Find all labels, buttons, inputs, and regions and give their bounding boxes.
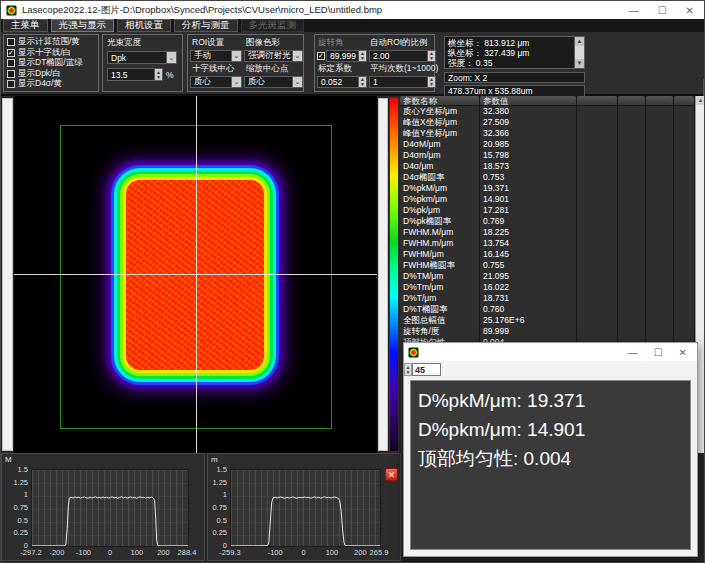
popup-maximize-button[interactable]: ☐ (654, 347, 663, 358)
tab-分析与测量[interactable]: 分析与测量 (174, 19, 238, 32)
scroll-up-icon[interactable]: ▲ (575, 37, 584, 46)
param-value-cell[interactable]: 32.366 (480, 128, 576, 139)
spinner-arrows-icon[interactable]: ▲▼ (427, 51, 435, 61)
param-value-cell[interactable]: 15.798 (480, 150, 576, 161)
param-name-cell[interactable]: D%pk椭圆率 (400, 216, 479, 227)
param-name-cell[interactable]: D%T/μm (400, 293, 479, 304)
spinner-arrows-icon[interactable]: ▲▼ (427, 77, 435, 87)
y-tick-label: 0.5 (203, 516, 227, 525)
scroll-up-icon[interactable]: ▲ (696, 96, 705, 105)
param-name-cell[interactable]: FWHM.m/μm (400, 238, 479, 249)
column-header[interactable]: 参数名称 (400, 96, 479, 106)
image-left-scrollbar[interactable] (2, 98, 13, 451)
checkbox[interactable] (7, 38, 15, 46)
param-value-cell[interactable]: 16.022 (480, 282, 576, 293)
chart-close-button[interactable]: ✕ (385, 468, 398, 481)
param-name-cell[interactable]: D4σM/μm (400, 139, 479, 150)
minimize-button[interactable]: — (629, 5, 639, 16)
param-name-cell[interactable]: D%pkM/μm (400, 183, 479, 194)
param-value-cell[interactable]: 27.509 (480, 117, 576, 128)
y-tick-label: 0.75 (4, 503, 28, 512)
chevron-down-icon[interactable]: ⌄ (292, 51, 302, 61)
chevron-down-icon[interactable]: ⌄ (292, 77, 302, 87)
tab-相机设置[interactable]: 相机设置 (117, 19, 171, 32)
readout-scrollbar[interactable]: ▲ ▼ (574, 37, 584, 68)
popup-close-button[interactable]: ✕ (679, 347, 687, 358)
tab-多光斑监测: 多光斑监测 (241, 19, 305, 32)
spinner-arrows-icon[interactable]: ▲▼ (154, 69, 162, 80)
tab-主菜单[interactable]: 主菜单 (3, 19, 48, 32)
param-value-cell[interactable]: 25.176E+6 (480, 315, 576, 326)
param-name-cell[interactable]: D%TM/μm (400, 271, 479, 282)
param-value-cell[interactable]: 0.755 (480, 260, 576, 271)
rotation-angle-input[interactable]: 89.999 ▲▼ (326, 50, 367, 62)
checkbox[interactable] (7, 49, 15, 57)
auto-roi-ratio-input[interactable]: 2.00 ▲▼ (369, 50, 436, 62)
param-name-cell[interactable]: FWHM椭圆率 (400, 260, 479, 271)
beam-width-percent-input[interactable]: 13.5 ▲▼ (107, 68, 163, 81)
param-value-cell[interactable]: 18.225 (480, 227, 576, 238)
chevron-down-icon[interactable]: ⌄ (166, 52, 176, 63)
checkbox[interactable] (7, 59, 15, 67)
param-value-cell[interactable]: 16.145 (480, 249, 576, 260)
param-name-cell[interactable]: 质心Y坐标/μm (400, 106, 479, 117)
popup-value-input[interactable] (412, 363, 441, 376)
param-value-cell[interactable]: 18.573 (480, 161, 576, 172)
param-name-cell[interactable]: D4σm/μm (400, 150, 479, 161)
scroll-down-icon[interactable]: ▼ (575, 59, 584, 68)
maximize-button[interactable]: ☐ (658, 5, 667, 16)
spinner-arrows-icon[interactable]: ▲▼ (358, 51, 366, 61)
param-name-cell[interactable]: FWHM/μm (400, 249, 479, 260)
param-value-cell[interactable]: 17.281 (480, 205, 576, 216)
param-value-cell[interactable]: 20.985 (480, 139, 576, 150)
param-name-cell[interactable]: D%T椭圆率 (400, 304, 479, 315)
popup-minimize-button[interactable]: — (628, 347, 638, 358)
rotation-angle-checkbox[interactable] (317, 52, 325, 60)
checkbox[interactable] (7, 70, 15, 78)
zoom-center-select[interactable]: 质心 ⌄ (244, 76, 303, 88)
param-value-cell[interactable]: 32.380 (480, 106, 576, 117)
column-header[interactable]: 参数值 (480, 96, 576, 106)
column-header[interactable] (618, 96, 645, 106)
param-value-cell[interactable]: 21.095 (480, 271, 576, 282)
chevron-down-icon[interactable]: ⌄ (231, 77, 241, 87)
param-name-cell[interactable]: D4σ/μm (400, 161, 479, 172)
param-value-cell[interactable]: 0.769 (480, 216, 576, 227)
display-option-row[interactable]: 显示D4σ/黄 (7, 79, 98, 90)
beam-image-view[interactable] (14, 96, 377, 453)
popup-spinner-arrows-icon[interactable]: ▲▼ (404, 363, 412, 376)
close-button[interactable]: ✕ (686, 5, 694, 16)
param-name-cell[interactable]: D%pk/μm (400, 205, 479, 216)
app-window: Lasecope2022.12-图片-D:\Dropbox\Synced\Pro… (0, 0, 705, 563)
param-name-cell[interactable]: 峰值X坐标/μm (400, 117, 479, 128)
column-header[interactable] (577, 96, 617, 106)
param-value-cell[interactable]: 0.753 (480, 172, 576, 183)
column-header[interactable] (674, 96, 694, 106)
param-name-cell[interactable]: 峰值Y坐标/μm (400, 128, 479, 139)
x-tick-label: -259.3 (219, 548, 240, 557)
param-value-cell[interactable]: 0.760 (480, 304, 576, 315)
spinner-arrows-icon[interactable]: ▲▼ (358, 77, 366, 87)
param-name-cell[interactable]: D%Tm/μm (400, 282, 479, 293)
image-color-select[interactable]: 强调衍射光 ⌄ (244, 50, 303, 62)
average-count-input[interactable]: 1 ▲▼ (369, 76, 436, 88)
crosshair-center-select[interactable]: 质心 ⌄ (190, 76, 242, 88)
beam-width-mode-select[interactable]: Dpk ⌄ (107, 51, 177, 64)
param-value-cell[interactable]: 14.901 (480, 194, 576, 205)
param-name-cell[interactable]: 全图总幅值 (400, 315, 479, 326)
roi-mode-select[interactable]: 手动 ⌄ (190, 50, 242, 62)
param-value-cell[interactable]: 18.731 (480, 293, 576, 304)
chevron-down-icon[interactable]: ⌄ (231, 51, 241, 61)
param-name-cell[interactable]: D%pkm/μm (400, 194, 479, 205)
param-name-cell[interactable]: FWHM.M/μm (400, 227, 479, 238)
param-value-cell[interactable]: 89.999 (480, 326, 576, 337)
param-value-cell[interactable]: 19.371 (480, 183, 576, 194)
param-name-cell[interactable]: 旋转角/度 (400, 326, 479, 337)
column-header[interactable] (646, 96, 673, 106)
param-value-cell[interactable]: 13.754 (480, 238, 576, 249)
param-name-cell[interactable]: D4σ椭圆率 (400, 172, 479, 183)
image-right-scrollbar[interactable] (378, 98, 388, 451)
calibration-factor-input[interactable]: 0.052 ▲▼ (317, 76, 367, 88)
tab-光强与显示[interactable]: 光强与显示 (51, 19, 115, 32)
checkbox[interactable] (7, 80, 15, 88)
